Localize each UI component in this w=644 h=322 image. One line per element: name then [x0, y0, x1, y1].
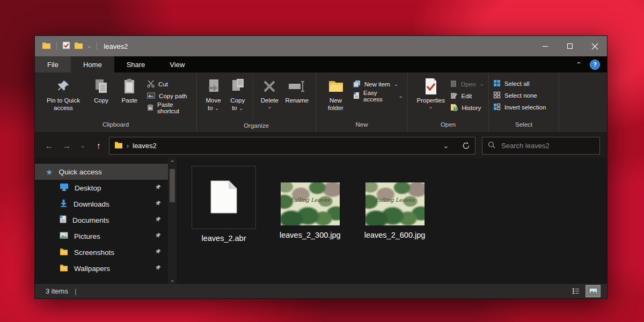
- copy-path-button[interactable]: Copy path: [147, 91, 192, 100]
- file-item-jpg-600[interactable]: Falling Leaves leaves_2_600.jpg: [364, 166, 426, 239]
- file-explorer-window: ⌄ leaves2 File Home Share View: [34, 35, 608, 299]
- properties-button[interactable]: Properties ⌄: [412, 75, 449, 111]
- paste-shortcut-button[interactable]: Paste shortcut: [147, 103, 192, 112]
- quick-access-toolbar: ⌄: [35, 41, 99, 51]
- chevron-down-icon: ⌄: [215, 105, 219, 111]
- sidebar-item-downloads[interactable]: Downloads: [35, 196, 168, 212]
- ribbon-tab-bar: File Home Share View ⌃ ?: [35, 56, 607, 72]
- close-button[interactable]: [582, 36, 607, 56]
- new-folder-button[interactable]: New folder: [320, 75, 351, 113]
- rename-button[interactable]: Rename: [283, 75, 311, 105]
- sidebar-scrollbar[interactable]: ⌃ ⌄: [168, 158, 177, 284]
- scroll-down-icon[interactable]: ⌄: [170, 275, 174, 284]
- easy-access-icon: [353, 92, 360, 100]
- item-count: 3 items: [46, 287, 68, 295]
- history-icon: [450, 104, 458, 112]
- copy-path-icon: [147, 92, 155, 100]
- select-all-button[interactable]: Select all: [493, 79, 546, 88]
- cut-button[interactable]: Cut: [147, 79, 192, 89]
- address-bar-row: ← → ⌄ ↑ › leaves2 ⌄: [35, 133, 607, 158]
- select-none-icon: [493, 91, 501, 100]
- group-label-new: New: [316, 121, 407, 133]
- scrollbar-thumb[interactable]: [170, 169, 175, 202]
- sidebar-item-wallpapers[interactable]: Wallpapers: [35, 260, 168, 276]
- pushpin-icon: [56, 76, 70, 97]
- back-button[interactable]: ←: [42, 141, 56, 151]
- folder-icon: [60, 248, 68, 257]
- star-icon: ★: [46, 168, 53, 176]
- maximize-button[interactable]: [558, 36, 582, 56]
- recent-locations-icon[interactable]: ⌄: [77, 142, 88, 149]
- file-item-jpg-300[interactable]: Falling Leaves leaves_2_300.jpg: [280, 166, 341, 239]
- file-item-abr[interactable]: leaves_2.abr: [192, 166, 256, 243]
- collapse-ribbon-icon[interactable]: ⌃: [576, 61, 582, 69]
- minimize-button[interactable]: [533, 36, 558, 56]
- new-item-button[interactable]: New item ⌄: [353, 79, 403, 89]
- delete-button[interactable]: Delete ⌄: [257, 75, 282, 111]
- file-name[interactable]: leaves_2_300.jpg: [280, 231, 341, 239]
- up-button[interactable]: ↑: [91, 141, 106, 151]
- select-none-button[interactable]: Select none: [493, 91, 546, 100]
- delete-x-icon: [262, 76, 276, 97]
- group-label-organize: Organize: [197, 122, 316, 133]
- properties-shortcut-icon[interactable]: [62, 41, 70, 51]
- sidebar-item-documents[interactable]: Documents: [35, 212, 168, 228]
- toolbar-dropdown-icon[interactable]: ⌄: [87, 43, 91, 49]
- refresh-icon[interactable]: [458, 138, 474, 153]
- breadcrumb-separator-icon[interactable]: ›: [127, 143, 129, 149]
- folder-icon: [60, 264, 68, 273]
- copy-button[interactable]: Copy: [87, 75, 115, 105]
- details-view-button[interactable]: [569, 286, 583, 297]
- file-thumbnail-frame: [192, 166, 256, 229]
- toolbar-separator: [97, 42, 97, 50]
- sidebar-item-desktop[interactable]: Desktop: [35, 180, 168, 196]
- move-to-button[interactable]: Move to ⌄: [201, 75, 225, 113]
- search-box[interactable]: [482, 137, 600, 155]
- titlebar[interactable]: ⌄ leaves2: [35, 36, 607, 56]
- toolbar-separator: [56, 42, 57, 50]
- chevron-down-icon: ⌄: [267, 104, 272, 109]
- edit-button[interactable]: Edit: [450, 91, 484, 100]
- tab-home[interactable]: Home: [71, 56, 114, 72]
- scroll-up-icon[interactable]: ⌃: [170, 158, 174, 167]
- open-button[interactable]: Open ⌄: [450, 79, 484, 89]
- easy-access-button[interactable]: Easy access ⌄: [353, 91, 403, 100]
- select-all-icon: [493, 79, 501, 88]
- forward-button[interactable]: →: [60, 141, 74, 151]
- edit-pencil-icon: [450, 92, 457, 100]
- sidebar-item-pictures[interactable]: Pictures: [35, 228, 168, 244]
- address-bar[interactable]: › leaves2 ⌄: [109, 137, 475, 155]
- tab-share[interactable]: Share: [114, 56, 158, 72]
- tab-file[interactable]: File: [35, 56, 71, 72]
- thumbnails-view-button[interactable]: [586, 285, 601, 297]
- sidebar-item-screenshots[interactable]: Screenshots: [35, 244, 168, 260]
- address-dropdown-icon[interactable]: ⌄: [438, 138, 454, 153]
- chevron-down-icon: ⌄: [239, 105, 243, 111]
- copy-to-button[interactable]: Copy to ⌄: [225, 75, 250, 113]
- pin-icon: [155, 184, 162, 192]
- window-title: leaves2: [104, 42, 128, 50]
- sidebar-item-quick-access[interactable]: ★ Quick access: [35, 164, 168, 180]
- file-name[interactable]: leaves_2.abr: [201, 234, 246, 243]
- ribbon-empty-space: [559, 72, 607, 133]
- desktop-icon: [60, 183, 69, 193]
- paste-shortcut-icon: [147, 104, 153, 112]
- status-divider: |: [75, 287, 76, 295]
- ribbon-group-clipboard: Pin to Quick access Copy Paste: [35, 72, 197, 133]
- breadcrumb-folder[interactable]: leaves2: [133, 142, 157, 150]
- help-icon[interactable]: ?: [590, 60, 600, 70]
- history-button[interactable]: History: [450, 103, 484, 112]
- ribbon-group-organize: Move to ⌄ Copy to ⌄ Delete: [197, 72, 316, 133]
- paste-button[interactable]: Paste: [115, 75, 144, 105]
- paste-icon: [122, 76, 136, 97]
- chevron-down-icon: ⌄: [429, 104, 433, 109]
- tab-view[interactable]: View: [157, 56, 197, 72]
- invert-selection-button[interactable]: Invert selection: [493, 103, 546, 112]
- search-input[interactable]: [500, 141, 597, 150]
- group-separator: [253, 77, 253, 120]
- new-folder-shortcut-icon[interactable]: [74, 41, 83, 51]
- pin-to-quick-access-button[interactable]: Pin to Quick access: [39, 75, 87, 113]
- address-folder-icon: [114, 141, 123, 150]
- file-list-pane[interactable]: leaves_2.abr Falling Leaves leaves_2_300…: [177, 158, 607, 284]
- file-name[interactable]: leaves_2_600.jpg: [364, 231, 426, 239]
